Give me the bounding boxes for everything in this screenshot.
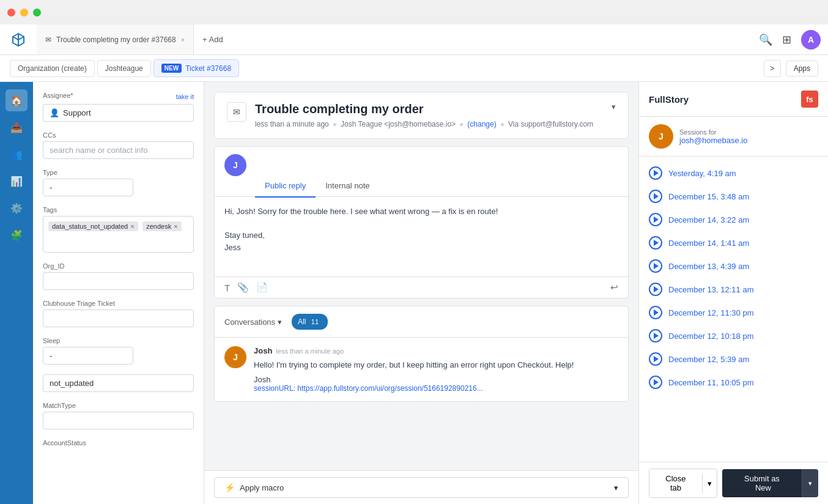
user-avatar[interactable]: A <box>801 30 821 50</box>
apply-macro-bar: ⚡ Apply macro ▾ <box>204 470 638 504</box>
submit-button[interactable]: Submit as New <box>722 469 802 497</box>
play-button-0[interactable] <box>649 166 662 180</box>
session-row-0[interactable]: Yesterday, 4:19 am <box>639 161 828 185</box>
type-field-group: Type <box>43 169 194 196</box>
breadcrumb-ticket-label: Ticket #37668 <box>185 64 231 73</box>
tab-close-button[interactable]: × <box>181 36 185 43</box>
take-it-link[interactable]: take it <box>176 93 194 100</box>
play-button-7[interactable] <box>649 329 662 343</box>
ticket-dropdown-button[interactable]: ▾ <box>612 102 616 111</box>
window-maximize-dot[interactable] <box>33 9 41 17</box>
tag-remove-icon[interactable]: × <box>130 223 134 230</box>
breadcrumb-org[interactable]: Organization (create) <box>10 60 95 77</box>
toolbar-undo-icon[interactable]: ↩ <box>610 282 618 293</box>
play-button-1[interactable] <box>649 190 662 203</box>
filter-all[interactable]: All 11 <box>292 314 328 330</box>
main-content: ✉ Trouble completing my order less than … <box>204 82 638 504</box>
session-row-9[interactable]: December 11, 10:05 pm <box>639 371 828 394</box>
nav-puzzle[interactable]: 🧩 <box>6 224 28 246</box>
clubhouse-input[interactable] <box>43 309 194 327</box>
submit-dropdown-button[interactable]: ▾ <box>802 469 818 497</box>
reply-avatar: J <box>224 154 246 176</box>
play-button-4[interactable] <box>649 259 662 273</box>
toolbar-doc-icon[interactable]: 📄 <box>256 282 268 293</box>
breadcrumb-arrow-button[interactable]: > <box>764 60 781 77</box>
window-minimize-dot[interactable] <box>20 9 28 17</box>
fullstory-header: FullStory fs <box>639 82 828 117</box>
close-tab-button[interactable]: Close tab <box>649 469 702 497</box>
tag-data-status[interactable]: data_status_not_updated × <box>48 221 138 231</box>
session-row-5[interactable]: December 13, 12:11 am <box>639 278 828 301</box>
apply-macro-button[interactable]: ⚡ Apply macro ▾ <box>214 477 629 498</box>
assignee-person-icon: 👤 <box>50 108 59 117</box>
window-close-dot[interactable] <box>7 9 15 17</box>
session-row-2[interactable]: December 14, 3:22 am <box>639 208 828 231</box>
tag-remove-icon[interactable]: × <box>174 223 177 230</box>
logo-icon <box>11 32 26 47</box>
reply-body[interactable]: Hi, Josh! Sorry for the trouble here. I … <box>215 197 628 276</box>
session-row-4[interactable]: December 13, 4:39 am <box>639 254 828 278</box>
active-tab[interactable]: ✉ Trouble completing my order #37668 × <box>37 24 194 54</box>
tab-internal-note[interactable]: Internal note <box>316 176 379 198</box>
session-row-1[interactable]: December 15, 3:48 am <box>639 185 828 208</box>
add-tab-button[interactable]: + Add <box>194 35 232 44</box>
session-row-8[interactable]: December 12, 5:39 am <box>639 347 828 371</box>
toolbar-text-icon[interactable]: T <box>224 283 230 293</box>
nav-settings[interactable]: ⚙️ <box>6 197 28 219</box>
session-date-0: Yesterday, 4:19 am <box>668 169 736 178</box>
org-id-input[interactable] <box>43 272 194 290</box>
session-date-2: December 14, 3:22 am <box>668 215 749 224</box>
session-date-5: December 13, 12:11 am <box>668 285 753 294</box>
breadcrumb-right: > Apps <box>764 60 818 77</box>
play-button-3[interactable] <box>649 236 662 250</box>
close-tab-group: Close tab ▾ <box>649 469 717 498</box>
app-logo[interactable] <box>7 24 29 55</box>
tag-zendesk[interactable]: zendesk × <box>142 221 181 231</box>
search-icon[interactable]: 🔍 <box>759 33 772 46</box>
status-input[interactable] <box>43 374 194 392</box>
nav-home[interactable]: 🏠 <box>6 89 28 111</box>
assignee-input[interactable]: 👤 Support <box>43 104 194 122</box>
tab-public-reply[interactable]: Public reply <box>255 176 316 198</box>
message-session-link[interactable]: sessionURL: https://app.fullstory.com/ui… <box>254 384 618 393</box>
nav-chart[interactable]: 📊 <box>6 170 28 192</box>
apps-button[interactable]: Apps <box>786 61 818 76</box>
play-button-2[interactable] <box>649 213 662 226</box>
session-row-3[interactable]: December 14, 1:41 am <box>639 231 828 254</box>
tags-container[interactable]: data_status_not_updated × zendesk × <box>43 216 194 253</box>
ticket-change-link[interactable]: (change) <box>467 120 496 128</box>
nav-users[interactable]: 👥 <box>6 143 28 165</box>
clubhouse-field-group: Clubhouse Triage Ticket <box>43 300 194 327</box>
match-type-field-group: MatchType <box>43 402 194 429</box>
breadcrumb-ticket[interactable]: NEW Ticket #37668 <box>153 59 239 77</box>
macro-dropdown-icon: ▾ <box>614 483 618 492</box>
fs-user-email[interactable]: josh@homebase.io <box>679 136 747 145</box>
ccs-input[interactable] <box>43 141 194 159</box>
nav-inbox[interactable]: 📥 <box>6 116 28 138</box>
close-tab-dropdown[interactable]: ▾ <box>702 474 717 493</box>
top-nav: ✉ Trouble completing my order #37668 × +… <box>0 24 828 55</box>
session-row-6[interactable]: December 12, 11:30 pm <box>639 301 828 324</box>
match-type-input[interactable] <box>43 412 194 429</box>
play-button-5[interactable] <box>649 283 662 296</box>
fullstory-user-section: J Sessions for josh@homebase.io <box>639 117 828 157</box>
session-date-7: December 12, 10:18 pm <box>668 332 753 341</box>
apps-label: Apps <box>794 64 810 73</box>
type-input[interactable] <box>43 179 133 196</box>
avatar-initials: J <box>224 154 246 176</box>
match-type-label: MatchType <box>43 402 194 409</box>
breadcrumb-user[interactable]: Joshteague <box>97 60 151 77</box>
grid-icon[interactable]: ⊞ <box>782 33 791 46</box>
session-row-7[interactable]: December 12, 10:18 pm <box>639 324 828 347</box>
play-button-8[interactable] <box>649 352 662 366</box>
message-header: Josh less than a minute ago <box>254 346 618 355</box>
ticket-mail-icon: ✉ <box>227 102 246 122</box>
ccs-label: CCs <box>43 132 194 139</box>
toolbar-attach-icon[interactable]: 📎 <box>237 282 249 293</box>
tab-title: Trouble completing my order #37668 <box>56 35 176 44</box>
action-bar: Close tab ▾ Submit as New ▾ <box>639 462 828 504</box>
sleep-input[interactable] <box>43 347 133 365</box>
play-button-9[interactable] <box>649 376 662 389</box>
conversations-dropdown[interactable]: Conversations ▾ <box>224 317 282 327</box>
play-button-6[interactable] <box>649 306 662 319</box>
